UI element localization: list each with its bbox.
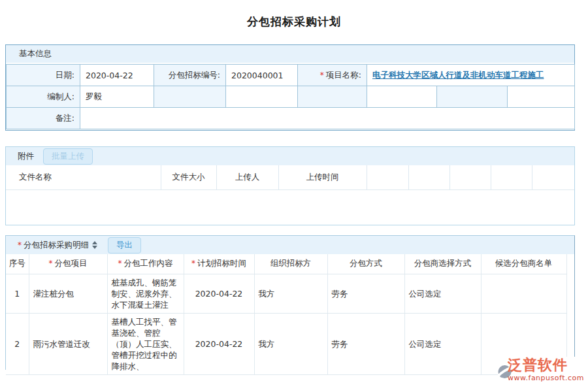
attachments-header-row: 文件名称 文件大小 上传人 上传时间 (6, 165, 574, 189)
vendor-logo-texts: 泛普软件 www.fanpusoft.com (508, 357, 584, 382)
col-work-content: *分包工作内容 (107, 254, 184, 274)
vendor-brand-name: 泛普软件 (508, 357, 584, 374)
col-plan-date-text: 计划招标时间 (197, 258, 246, 268)
cell-seq: 2 (6, 313, 29, 374)
export-button[interactable]: 导出 (108, 237, 141, 253)
col-sub-project: *分包项目 (29, 254, 107, 274)
cell-selection[interactable]: 公司选定 (404, 313, 481, 374)
sort-down-arrow (92, 246, 97, 249)
col-empty (367, 165, 408, 189)
basic-info-table: 日期: 2020-04-22 分包招标编号: 2020040001 *项目名称:… (6, 64, 575, 129)
cell-organizer[interactable]: 我方 (254, 313, 327, 374)
detail-section: * 分包招标采购明细 导出 序号 *分包项目 *分包工作内容 *计划招标时间 组… (5, 235, 575, 370)
attachments-table: 文件名称 文件大小 上传人 上传时间 (6, 165, 574, 190)
detail-header: * 分包招标采购明细 导出 (6, 236, 574, 254)
batch-upload-button[interactable]: 批量上传 (43, 148, 93, 165)
required-asterisk: * (49, 259, 53, 268)
col-empty (449, 165, 491, 189)
attachments-header: 附件 批量上传 (6, 147, 574, 165)
sort-up-arrow (92, 241, 97, 244)
basic-info-header: 基本信息 (6, 45, 574, 64)
page-title: 分包招标采购计划 (0, 14, 588, 29)
cell-organizer[interactable]: 我方 (254, 274, 327, 313)
blank-label-cell (154, 86, 226, 108)
page: 分包招标采购计划 基本信息 日期: 2020-04-22 分包招标编号: 202… (0, 0, 588, 392)
scrollbar-gutter (566, 274, 574, 313)
col-plan-date: *计划招标时间 (184, 254, 254, 274)
col-empty (532, 165, 574, 189)
blank-value-cell (508, 86, 575, 108)
bid-no-value[interactable]: 2020040001 (226, 65, 298, 86)
creator-value[interactable]: 罗毅 (80, 86, 154, 108)
basic-info-row-3: 备注: (7, 108, 575, 129)
col-method: 分包方式 (327, 254, 404, 274)
cell-plan-date[interactable]: 2020-04-22 (184, 313, 254, 374)
sort-icon[interactable] (92, 241, 97, 249)
required-asterisk: * (191, 259, 195, 268)
required-asterisk: * (320, 71, 324, 80)
date-value[interactable]: 2020-04-22 (80, 65, 154, 86)
blank-label-cell (437, 86, 508, 108)
detail-title: 分包招标采购明细 (24, 240, 89, 251)
blank-value-cell (226, 86, 298, 108)
col-empty (408, 165, 449, 189)
col-file-size: 文件大小 (161, 165, 216, 189)
detail-row: 1 灌注桩分包 桩基成孔、钢筋笼制安、泥浆外弃、水下混凝土灌注 2020-04-… (6, 274, 574, 313)
basic-info-section: 基本信息 日期: 2020-04-22 分包招标编号: 2020040001 *… (5, 44, 575, 131)
col-organizer: 组织招标方 (254, 254, 327, 274)
cell-sub-project[interactable]: 雨污水管道迁改 (29, 313, 107, 374)
vendor-logo: 泛普软件 www.fanpusoft.com (498, 357, 584, 388)
col-sub-project-text: 分包项目 (55, 258, 88, 268)
col-empty (491, 165, 532, 189)
col-upload-time: 上传时间 (278, 165, 367, 189)
col-file-name: 文件名称 (6, 165, 161, 189)
col-work-content-text: 分包工作内容 (124, 258, 173, 268)
cell-method[interactable]: 劳务 (327, 313, 404, 374)
bid-no-label: 分包招标编号: (154, 65, 226, 86)
project-label: *项目名称: (298, 65, 367, 86)
col-seq: 序号 (6, 254, 29, 274)
project-name-link[interactable]: 电子科技大学区域人行道及非机动车道工程施工 (372, 70, 544, 80)
project-label-text: 项目名称: (326, 70, 361, 80)
col-uploader: 上传人 (216, 165, 278, 189)
basic-info-row-2: 编制人: 罗毅 (7, 86, 575, 108)
basic-info-row-1: 日期: 2020-04-22 分包招标编号: 2020040001 *项目名称:… (7, 65, 575, 86)
cell-seq: 1 (6, 274, 29, 313)
detail-header-row: 序号 *分包项目 *分包工作内容 *计划招标时间 组织招标方 分包方式 分包商选… (6, 254, 574, 274)
remark-label: 备注: (7, 108, 80, 129)
col-selection: 分包商选择方式 (404, 254, 481, 274)
remark-value[interactable] (80, 108, 575, 129)
blank-label-cell (298, 86, 367, 108)
date-label: 日期: (7, 65, 80, 86)
cell-method[interactable]: 劳务 (327, 274, 404, 313)
cell-work-content[interactable]: 基槽人工找平、管基浇砼、管腔（顶）人工压实、管槽开挖过程中的降排水、 (107, 313, 184, 374)
creator-label: 编制人: (7, 86, 80, 108)
required-asterisk: * (18, 240, 22, 250)
scrollbar-gutter (566, 254, 574, 274)
basic-info-title: 基本信息 (19, 48, 52, 59)
col-candidates: 候选分包商名单 (481, 254, 566, 274)
cell-candidates[interactable] (481, 274, 566, 313)
cell-work-content[interactable]: 桩基成孔、钢筋笼制安、泥浆外弃、水下混凝土灌注 (107, 274, 184, 313)
attachments-title: 附件 (18, 151, 34, 162)
cell-sub-project[interactable]: 灌注桩分包 (29, 274, 107, 313)
required-asterisk: * (118, 259, 122, 268)
attachments-section: 附件 批量上传 文件名称 文件大小 上传人 上传时间 (5, 146, 575, 225)
project-value-cell: 电子科技大学区域人行道及非机动车道工程施工 (367, 65, 575, 86)
detail-row: 2 雨污水管道迁改 基槽人工找平、管基浇砼、管腔（顶）人工压实、管槽开挖过程中的… (6, 313, 574, 374)
blank-value-cell (367, 86, 437, 108)
vendor-url: www.fanpusoft.com (508, 374, 584, 382)
cell-selection[interactable]: 公司选定 (404, 274, 481, 313)
detail-table: 序号 *分包项目 *分包工作内容 *计划招标时间 组织招标方 分包方式 分包商选… (6, 254, 574, 375)
cell-plan-date[interactable]: 2020-04-22 (184, 274, 254, 313)
